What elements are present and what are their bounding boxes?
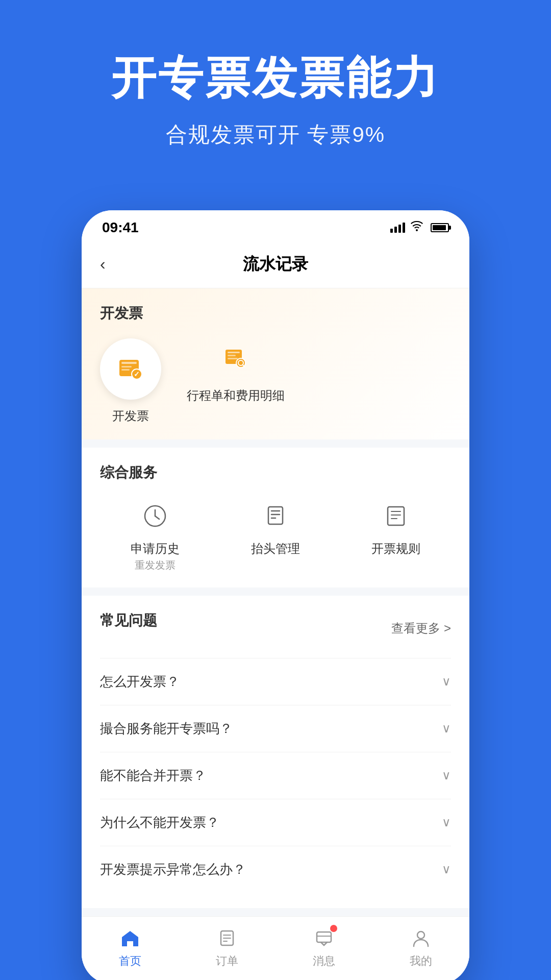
rules-icon (378, 498, 414, 534)
home-icon (119, 927, 141, 949)
signal-icon (390, 223, 405, 233)
svg-rect-8 (228, 355, 236, 356)
chevron-down-icon-4: ∨ (442, 862, 451, 876)
services-section-title: 综合服务 (100, 463, 451, 482)
nav-item-home[interactable]: 首页 (82, 927, 179, 969)
service-sublabel-history: 重发发票 (135, 558, 176, 572)
svg-rect-3 (121, 369, 130, 371)
nav-label-profile: 我的 (410, 953, 432, 969)
faq-item-1[interactable]: 撮合服务能开专票吗？ ∨ (100, 705, 451, 752)
faq-section: 常见问题 查看更多 > 怎么开发票？ ∨ 撮合服务能开专票吗？ ∨ 能不能合并开… (82, 596, 469, 908)
service-label-history: 申请历史 (131, 541, 180, 556)
faq-more-link[interactable]: 查看更多 > (391, 620, 451, 636)
services-section: 综合服务 申请历史 重发发票 (82, 448, 469, 587)
faq-item-2[interactable]: 能不能合并开票？ ∨ (100, 752, 451, 799)
bottom-nav: 首页 订单 (82, 916, 469, 980)
svg-rect-2 (121, 366, 132, 368)
svg-rect-16 (268, 507, 283, 524)
nav-label-messages: 消息 (313, 953, 335, 969)
faq-question-3: 为什么不能开发票？ (100, 814, 219, 831)
itinerary-item[interactable]: 行程单和费用明细 (187, 338, 285, 404)
kaifapiao-icon: ✓ (115, 354, 146, 384)
wifi-icon (410, 221, 423, 234)
faq-header: 常见问题 查看更多 > (100, 611, 451, 646)
service-item-header[interactable]: 抬头管理 (220, 498, 331, 572)
svg-rect-9 (228, 358, 238, 359)
chevron-down-icon-0: ∨ (442, 674, 451, 689)
messages-icon (313, 927, 335, 949)
service-label-header: 抬头管理 (251, 541, 300, 556)
faq-item-4[interactable]: 开发票提示异常怎么办？ ∨ (100, 846, 451, 893)
itinerary-icon (222, 346, 249, 372)
svg-rect-1 (121, 362, 137, 364)
service-label-rules: 开票规则 (371, 541, 420, 556)
kaifapiao-item[interactable]: ✓ 开发票 (100, 338, 161, 424)
nav-bar: ‹ 流水记录 (82, 241, 469, 288)
itinerary-icon-plain (215, 338, 256, 379)
itinerary-label: 行程单和费用明细 (187, 387, 285, 404)
status-time: 09:41 (102, 219, 139, 236)
faq-question-1: 撮合服务能开专票吗？ (100, 720, 233, 738)
back-button[interactable]: ‹ (100, 255, 106, 274)
faq-question-2: 能不能合并开票？ (100, 767, 206, 785)
service-item-history[interactable]: 申请历史 重发发票 (100, 498, 210, 572)
faq-item-0[interactable]: 怎么开发票？ ∨ (100, 658, 451, 705)
svg-text:✓: ✓ (134, 370, 140, 378)
faq-question-0: 怎么开发票？ (100, 673, 180, 691)
battery-icon (431, 223, 449, 232)
faq-question-4: 开发票提示异常怎么办？ (100, 861, 246, 878)
services-grid: 申请历史 重发发票 抬头管理 (100, 498, 451, 572)
profile-icon (410, 927, 432, 949)
faq-item-3[interactable]: 为什么不能开发票？ ∨ (100, 799, 451, 846)
invoice-section-title: 开发票 (100, 304, 451, 323)
svg-rect-20 (388, 507, 404, 525)
svg-rect-28 (317, 932, 331, 942)
status-bar: 09:41 (82, 210, 469, 241)
svg-point-32 (417, 932, 424, 939)
invoice-section: 开发票 ✓ 开发票 (82, 288, 469, 439)
invoice-icons-row: ✓ 开发票 (100, 338, 451, 424)
nav-label-home: 首页 (119, 953, 141, 969)
phone-content: 开发票 ✓ 开发票 (82, 288, 469, 980)
phone-mockup: 09:41 ‹ 流水记录 开发票 (82, 210, 469, 980)
faq-title: 常见问题 (100, 611, 157, 630)
nav-label-orders: 订单 (216, 953, 238, 969)
nav-item-orders[interactable]: 订单 (179, 927, 276, 969)
kaifapiao-label: 开发票 (112, 408, 149, 424)
orders-icon (216, 927, 238, 949)
nav-title: 流水记录 (243, 253, 308, 276)
list-icon (383, 503, 409, 529)
header-management-icon (257, 498, 294, 534)
bookmark-icon (262, 503, 289, 529)
kaifapiao-icon-circle: ✓ (100, 338, 161, 400)
chevron-down-icon-1: ∨ (442, 721, 451, 736)
hero-section: 开专票发票能力 合规发票可开 专票9% (0, 0, 551, 180)
hero-subtitle: 合规发票可开 专票9% (31, 120, 520, 149)
status-icons (390, 221, 449, 234)
nav-item-messages[interactable]: 消息 (276, 927, 372, 969)
chevron-down-icon-2: ∨ (442, 768, 451, 782)
history-icon (137, 498, 173, 534)
hero-title: 开专票发票能力 (31, 51, 520, 105)
nav-item-profile[interactable]: 我的 (372, 927, 469, 969)
svg-line-15 (155, 516, 159, 519)
message-badge (330, 925, 337, 932)
chevron-down-icon-3: ∨ (442, 815, 451, 829)
clock-icon (142, 503, 168, 529)
service-item-rules[interactable]: 开票规则 (341, 498, 451, 572)
svg-rect-7 (228, 352, 240, 353)
